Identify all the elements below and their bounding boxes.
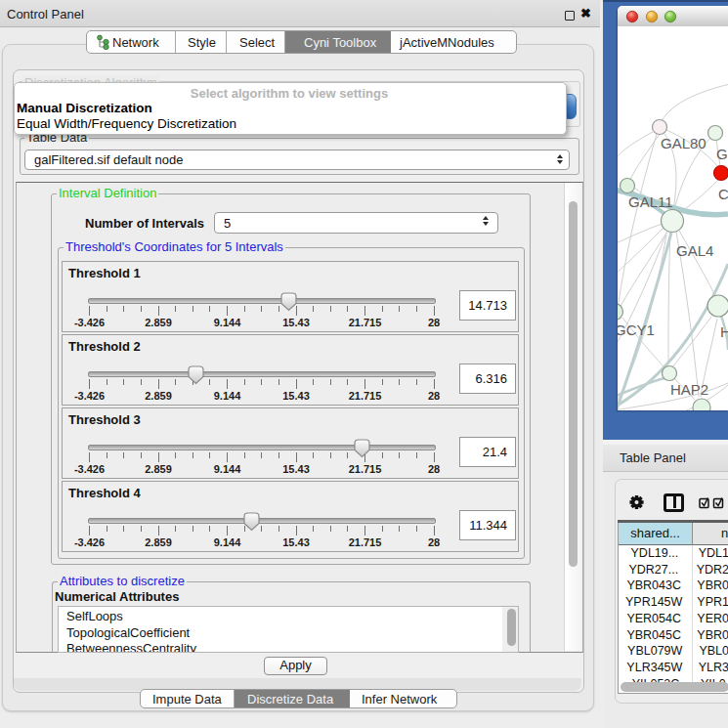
svg-text:GAL80: GAL80	[661, 135, 707, 151]
svg-text:H: H	[720, 323, 728, 340]
svg-text:GAL11: GAL11	[628, 193, 673, 210]
svg-text:G.: G.	[716, 146, 728, 162]
svg-text:GAL4: GAL4	[676, 242, 713, 259]
svg-text:GCY1: GCY1	[618, 321, 655, 338]
svg-text:HAP2: HAP2	[670, 381, 708, 398]
svg-text:C: C	[718, 186, 728, 202]
